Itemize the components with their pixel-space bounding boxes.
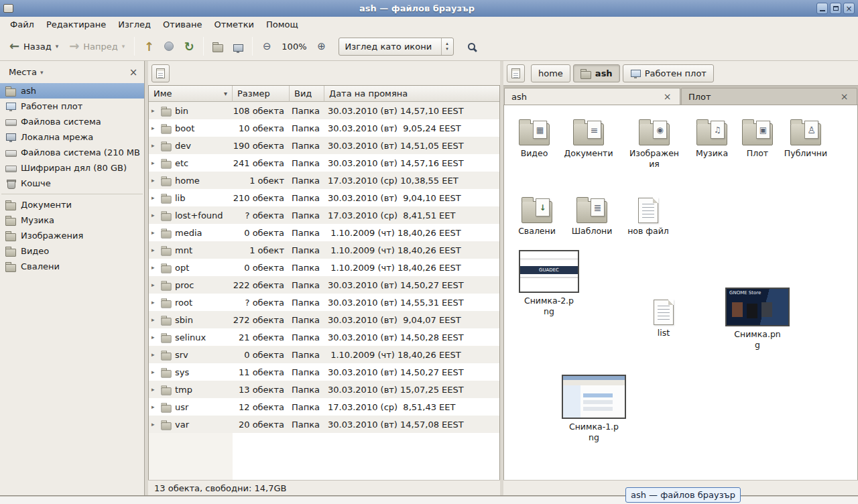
titlebar[interactable]: ash — файлов браузър × bbox=[0, 0, 858, 17]
sidebar-item[interactable]: Документи bbox=[0, 197, 144, 212]
table-row[interactable]: ▸ etc 241 обекта Папка 30.03.2010 (вт) 1… bbox=[149, 154, 499, 172]
icon-view-item[interactable]: Снимка-2.png bbox=[515, 250, 583, 316]
close-button[interactable]: × bbox=[843, 3, 855, 14]
table-row[interactable]: ▸ sbin 272 обекта Папка 30.03.2010 (вт) … bbox=[149, 311, 499, 328]
location-toggle-button[interactable] bbox=[507, 64, 525, 82]
table-row[interactable]: ▸ var 20 обекта Папка 30.03.2010 (вт) 14… bbox=[149, 416, 499, 433]
table-row[interactable]: ▸ selinux 21 обекта Папка 30.03.2010 (вт… bbox=[149, 328, 499, 346]
sidebar-item[interactable]: Изображения bbox=[0, 228, 144, 243]
table-row[interactable]: ▸ usr 12 обекта Папка 17.03.2010 (ср) 8,… bbox=[149, 398, 499, 416]
expander-icon[interactable]: ▸ bbox=[151, 212, 160, 218]
icon-view-item[interactable]: list bbox=[633, 292, 694, 338]
sidebar-item[interactable]: Видео bbox=[0, 243, 144, 259]
table-row[interactable]: ▸ tmp 13 обекта Папка 30.03.2010 (вт) 15… bbox=[149, 381, 499, 398]
sidebar-item[interactable]: Локална мрежа bbox=[0, 129, 144, 145]
sidebar-item[interactable]: Свалени bbox=[0, 259, 144, 274]
tab-close-icon[interactable]: × bbox=[662, 91, 673, 103]
table-row[interactable]: ▸ proc 222 обекта Папка 30.03.2010 (вт) … bbox=[149, 276, 499, 294]
expander-icon[interactable]: ▸ bbox=[151, 281, 160, 288]
back-button[interactable]: ← Назад ▾ bbox=[4, 37, 64, 56]
computer-button[interactable] bbox=[228, 36, 248, 56]
table-row[interactable]: ▸ home 1 обект Папка 17.03.2010 (ср) 10,… bbox=[149, 172, 499, 189]
expander-icon[interactable]: ▸ bbox=[151, 421, 160, 428]
icon-view-item[interactable]: Изображения bbox=[624, 112, 684, 169]
tab[interactable]: Плот × bbox=[681, 88, 857, 105]
minimize-button[interactable] bbox=[816, 3, 828, 14]
expander-icon[interactable]: ▸ bbox=[151, 351, 160, 358]
combo-arrows-icon[interactable]: ▴▾ bbox=[441, 38, 453, 55]
column-header[interactable]: Име ▾ bbox=[149, 86, 233, 102]
expander-icon[interactable]: ▸ bbox=[151, 386, 160, 393]
table-row[interactable]: ▸ bin 108 обекта Папка 30.03.2010 (вт) 1… bbox=[149, 102, 499, 119]
icon-view-item[interactable]: Снимка-1.png bbox=[560, 375, 627, 442]
table-row[interactable]: ▸ boot 10 обекта Папка 30.03.2010 (вт) 9… bbox=[149, 119, 499, 137]
maximize-button[interactable] bbox=[830, 3, 841, 14]
column-header[interactable]: Дата на промяна ▾ bbox=[324, 86, 499, 102]
search-button[interactable] bbox=[462, 36, 482, 56]
taskbar-window-button[interactable]: ash — файлов браузър bbox=[625, 487, 741, 503]
icon-view[interactable]: Видео Документи Изображения Музика Плот … bbox=[503, 105, 858, 480]
expander-icon[interactable]: ▸ bbox=[151, 107, 160, 114]
home-button[interactable] bbox=[208, 36, 228, 56]
sidebar-mode-select[interactable]: Места ▾ bbox=[4, 64, 48, 80]
sidebar-item[interactable]: Работен плот bbox=[0, 99, 144, 114]
table-row[interactable]: ▸ root ? обекта Папка 30.03.2010 (вт) 14… bbox=[149, 294, 499, 311]
table-row[interactable]: ▸ lost+found ? обекта Папка 17.03.2010 (… bbox=[149, 206, 499, 224]
tab-close-icon[interactable]: × bbox=[839, 91, 850, 103]
expander-icon[interactable]: ▸ bbox=[151, 142, 160, 149]
up-button[interactable]: ↑ bbox=[139, 36, 159, 56]
menu-item[interactable]: Помощ bbox=[260, 17, 304, 32]
sidebar-item[interactable]: Файлова система (210 MB) bbox=[0, 145, 144, 160]
column-header[interactable]: Размер ▾ bbox=[233, 86, 290, 102]
expander-icon[interactable]: ▸ bbox=[151, 160, 160, 166]
table-row[interactable]: ▸ media 0 обекта Папка 1.10.2009 (чт) 18… bbox=[149, 224, 499, 241]
table-row[interactable]: ▸ opt 0 обекта Папка 1.10.2009 (чт) 18,4… bbox=[149, 259, 499, 276]
sidebar-close-icon[interactable]: × bbox=[127, 66, 140, 78]
expander-icon[interactable]: ▸ bbox=[151, 229, 160, 236]
icon-view-item[interactable]: Документи bbox=[558, 112, 619, 159]
breadcrumb-button[interactable]: home bbox=[531, 64, 570, 82]
expander-icon[interactable]: ▸ bbox=[151, 177, 160, 184]
sidebar-item[interactable]: Кошче bbox=[0, 176, 144, 191]
expander-icon[interactable]: ▸ bbox=[151, 403, 160, 410]
expander-icon[interactable]: ▸ bbox=[151, 299, 160, 306]
table-row[interactable]: ▸ sys 11 обекта Папка 30.03.2010 (вт) 14… bbox=[149, 363, 499, 381]
icon-view-item[interactable]: Снимка.png bbox=[724, 288, 791, 350]
back-dropdown-icon[interactable]: ▾ bbox=[56, 43, 59, 50]
breadcrumb-button[interactable]: ash bbox=[573, 64, 620, 82]
table-row[interactable]: ▸ mnt 1 обект Папка 1.10.2009 (чт) 18,40… bbox=[149, 241, 499, 259]
zoom-in-button[interactable]: ⊕ bbox=[312, 36, 332, 56]
icon-view-item[interactable]: Шаблони bbox=[562, 190, 622, 237]
view-mode-select[interactable]: Изглед като икони ▴▾ bbox=[339, 38, 454, 56]
expander-icon[interactable]: ▸ bbox=[151, 369, 160, 375]
stop-button[interactable] bbox=[159, 36, 179, 56]
icon-view-item[interactable]: нов файл bbox=[618, 190, 678, 237]
sidebar-item[interactable]: Музика bbox=[0, 212, 144, 228]
table-row[interactable]: ▸ dev 190 обекта Папка 30.03.2010 (вт) 1… bbox=[149, 137, 499, 154]
breadcrumb-button[interactable]: Работен плот bbox=[623, 64, 714, 82]
menu-item[interactable]: Файл bbox=[4, 17, 40, 32]
expander-icon[interactable]: ▸ bbox=[151, 194, 160, 201]
sidebar-item[interactable]: ash bbox=[0, 83, 144, 99]
table-row[interactable]: ▸ srv 0 обекта Папка 1.10.2009 (чт) 18,4… bbox=[149, 346, 499, 363]
sidebar-item[interactable]: Шифриран дял (80 GB) bbox=[0, 160, 144, 176]
column-header[interactable]: Вид ▾ bbox=[290, 86, 324, 102]
sidebar-item[interactable]: Файлова система bbox=[0, 114, 144, 129]
icon-view-item[interactable]: Свалени bbox=[507, 190, 567, 237]
menu-item[interactable]: Редактиране bbox=[40, 17, 112, 32]
reload-button[interactable]: ↻ bbox=[179, 36, 199, 56]
expander-icon[interactable]: ▸ bbox=[151, 316, 160, 323]
expander-icon[interactable]: ▸ bbox=[151, 264, 160, 271]
location-toggle-button[interactable] bbox=[151, 64, 170, 82]
table-row[interactable]: ▸ lib 210 обекта Папка 30.03.2010 (вт) 9… bbox=[149, 189, 499, 206]
icon-view-item[interactable]: Публични bbox=[776, 112, 836, 159]
expander-icon[interactable]: ▸ bbox=[151, 247, 160, 253]
forward-button[interactable]: → Напред ▾ bbox=[64, 37, 130, 56]
expander-icon[interactable]: ▸ bbox=[151, 334, 160, 340]
menu-item[interactable]: Отиване bbox=[157, 17, 208, 32]
icon-view-item[interactable]: Видео bbox=[504, 112, 564, 159]
menu-item[interactable]: Отметки bbox=[208, 17, 259, 32]
zoom-out-button[interactable]: ⊖ bbox=[257, 36, 277, 56]
menu-item[interactable]: Изглед bbox=[112, 17, 157, 32]
tab[interactable]: ash × bbox=[504, 88, 680, 105]
